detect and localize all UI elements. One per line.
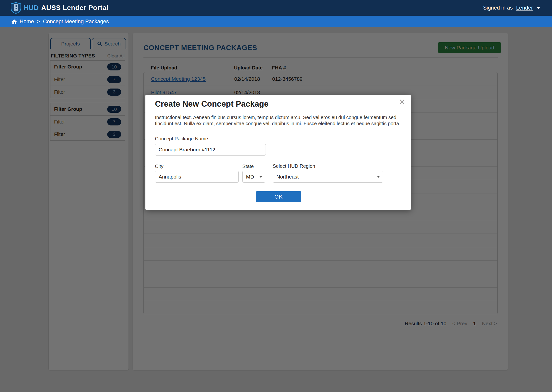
create-package-modal: × Create New Concept Package Instruction… (145, 95, 411, 210)
signed-in-user-link[interactable]: Lender (516, 5, 533, 11)
brand-title: AUSS Lender Portal (41, 4, 108, 12)
chevron-down-icon (259, 176, 262, 178)
state-select-value: MD (246, 174, 254, 180)
app-root: HUD AUSS Lender Portal Signed in as Lend… (0, 0, 552, 392)
breadcrumb-home-link[interactable]: Home (20, 18, 34, 25)
signed-in-prefix: Signed in as (483, 5, 513, 11)
city-field[interactable] (155, 171, 239, 183)
chevron-down-icon (377, 176, 380, 178)
city-label: City (155, 164, 163, 169)
state-select[interactable]: MD (242, 171, 265, 183)
hud-region-select-value: Northeast (276, 174, 299, 180)
app-header: HUD AUSS Lender Portal Signed in as Lend… (0, 0, 552, 16)
ok-button[interactable]: OK (256, 191, 301, 202)
signed-in-menu[interactable]: Signed in as Lender (483, 5, 540, 11)
chevron-down-icon (536, 7, 540, 9)
package-name-label: Concept Package Name (155, 136, 208, 142)
hud-region-select[interactable]: Northeast (273, 171, 383, 183)
brand: HUD AUSS Lender Portal (11, 2, 108, 14)
package-name-field[interactable] (155, 144, 266, 156)
home-icon (11, 19, 17, 24)
hud-shield-logo-icon (11, 2, 21, 14)
modal-title: Create New Concept Package (155, 99, 269, 109)
breadcrumb-separator: > (37, 18, 40, 25)
modal-instructions: Instructional text. Aenean finibus cursu… (155, 114, 403, 127)
breadcrumb-current: Concept Meeting Packages (43, 18, 109, 25)
breadcrumb: Home > Concept Meeting Packages (0, 16, 552, 27)
hud-region-label: Select HUD Region (273, 163, 315, 169)
close-icon[interactable]: × (399, 97, 405, 107)
state-label: State (242, 164, 254, 169)
brand-hud: HUD (23, 4, 39, 12)
